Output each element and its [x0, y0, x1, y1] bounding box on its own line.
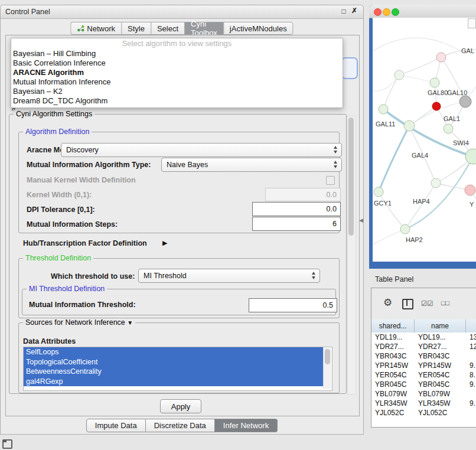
network-edge[interactable] [379, 126, 409, 192]
network-edge[interactable] [373, 38, 461, 53]
algorithm-combobox-fragment[interactable] [341, 57, 358, 79]
table-row[interactable]: YPR145WYPR145W9. [371, 361, 476, 370]
mac-minimize-button[interactable] [383, 8, 390, 16]
table-row[interactable]: YBR043CYBR043C [371, 351, 476, 361]
apply-button[interactable]: Apply [160, 399, 201, 413]
tab-style[interactable]: Style [121, 22, 151, 35]
table-row[interactable]: YDR27...YDR27...12 [371, 342, 476, 351]
mac-zoom-button[interactable] [392, 8, 399, 16]
attribute-list-item[interactable]: SelfLoops [24, 347, 323, 357]
column-header-shared-name[interactable]: shared... [371, 319, 415, 332]
mac-close-button[interactable] [374, 8, 382, 16]
network-edge[interactable] [373, 229, 405, 248]
column-header-name[interactable]: name [415, 319, 466, 332]
table-header: shared... name [371, 319, 476, 333]
kernel-width-field[interactable]: 0.0 [265, 188, 341, 201]
mi-algorithm-type-combobox[interactable]: Naive Bayes [161, 158, 342, 172]
algorithm-option[interactable]: Dream8 DC_TDC Algorithm [11, 96, 343, 106]
attribute-list-item[interactable]: BetweennessCentrality [24, 367, 323, 377]
bottom-tabbar: Impute Data Discretize Data Infer Networ… [1, 419, 363, 432]
manual-kernel-width-checkbox[interactable] [326, 176, 335, 185]
table-row[interactable]: YJL052CYJL052C [371, 408, 476, 418]
aracne-mode-combobox[interactable]: Discovery [61, 143, 342, 157]
table-cell: 9. [466, 361, 476, 370]
gear-icon[interactable]: ⚙ [383, 298, 392, 308]
expand-down-icon[interactable]: ▼ [127, 319, 133, 326]
settings-scrollbar[interactable] [347, 116, 356, 394]
tab-cyni-toolbox[interactable]: Cyni Toolbox [184, 22, 223, 35]
dpi-tolerance-field[interactable]: 0.0 [252, 202, 341, 216]
algorithm-menu-placeholder: Select algorithm to view settings [11, 38, 343, 49]
combobox-arrows-icon [333, 161, 338, 168]
tab-label: jActiveMNodules [230, 24, 287, 33]
algorithm-option[interactable]: Bayesian – K2 [11, 87, 343, 96]
hub-section-label[interactable]: Hub/Transcription Factor Definition [23, 239, 147, 247]
columns-icon[interactable] [402, 299, 413, 309]
splitter-collapse-arrow[interactable]: ◀ [359, 217, 363, 223]
network-node[interactable] [436, 53, 446, 62]
mi-threshold-field[interactable]: 0.5 [249, 298, 337, 312]
field-value: 0.5 [323, 301, 333, 309]
table-row[interactable]: YER054CYER054C8. [371, 370, 476, 380]
mi-steps-field[interactable]: 6 [252, 217, 341, 231]
float-window-icon[interactable]: □ [340, 7, 348, 15]
table-row[interactable]: YDL19...YDL19...13 [371, 332, 476, 342]
algorithm-option[interactable]: Bayesian – Hill Climbing [11, 49, 343, 58]
attribute-list-item[interactable]: TopologicalCoefficient [24, 357, 323, 367]
checked-columns-icon[interactable]: ☑☑ [421, 299, 433, 308]
network-node[interactable] [465, 185, 475, 195]
table-row[interactable]: YBR045CYBR045C9. [371, 380, 476, 389]
docked-panel-icon[interactable] [2, 439, 12, 449]
network-node[interactable] [404, 120, 415, 131]
list-scrollbar-thumb[interactable] [325, 349, 330, 364]
network-window-titlebar [369, 5, 476, 18]
network-node[interactable] [432, 102, 441, 110]
tab-infer-network[interactable]: Infer Network [215, 419, 278, 432]
network-node[interactable] [379, 105, 388, 114]
table-row[interactable]: YBL079WYBL079W [371, 389, 476, 399]
settings-scrollbar-thumb[interactable] [348, 118, 354, 236]
network-edge[interactable] [379, 192, 405, 229]
network-node[interactable] [459, 96, 471, 107]
algorithm-option[interactable]: Basic Correlation Inference [11, 58, 343, 68]
network-node[interactable] [374, 187, 383, 197]
unchecked-columns-icon[interactable]: □□ [441, 299, 449, 306]
which-threshold-combobox[interactable]: MI Threshold [138, 269, 320, 283]
attribute-list-item[interactable]: gal4RGexp [24, 377, 323, 387]
network-node[interactable] [400, 224, 410, 234]
network-node[interactable] [444, 124, 453, 133]
column-header-clipped[interactable] [466, 319, 476, 332]
network-node-label: GAL4 [412, 152, 428, 159]
expand-right-icon[interactable]: ▶ [162, 239, 167, 247]
network-node[interactable] [395, 70, 404, 80]
table-cell: YBR043C [371, 351, 415, 361]
tab-network[interactable]: Network [70, 22, 121, 35]
network-edge[interactable] [399, 57, 441, 75]
network-node-label: GAL10 [447, 89, 467, 96]
data-attributes-list[interactable]: SelfLoopsTopologicalCoefficientBetweenne… [23, 347, 332, 391]
list-items: SelfLoopsTopologicalCoefficientBetweenne… [24, 347, 332, 386]
tab-impute-data[interactable]: Impute Data [86, 419, 146, 432]
field-value: 6 [332, 220, 337, 228]
network-canvas[interactable]: GALGAL80GAL10GAL11GAL1SWI4GAL4GCY1HAP4HA… [373, 18, 476, 262]
list-scrollbar[interactable] [323, 348, 331, 389]
network-edge[interactable] [399, 75, 435, 83]
algorithm-option[interactable]: ARACNE Algorithm [11, 68, 343, 77]
network-edge[interactable] [405, 183, 436, 229]
sources-title[interactable]: Sources for Network Inference [25, 318, 125, 327]
network-node-label: Y [470, 201, 474, 208]
tab-discretize-data[interactable]: Discretize Data [146, 419, 215, 432]
table-row[interactable]: YLR345WYLR345W9. [371, 399, 476, 408]
close-window-icon[interactable]: ✗ [350, 6, 358, 15]
combobox-arrows-icon [333, 146, 338, 154]
network-edge[interactable] [405, 156, 473, 229]
network-edge[interactable] [383, 75, 399, 109]
algorithm-option[interactable]: Mutual Information Inference [11, 77, 343, 87]
table-cell: YBR043C [415, 351, 466, 361]
network-node[interactable] [430, 78, 439, 87]
network-node[interactable] [431, 178, 441, 188]
tab-jactivemnodules[interactable]: jActiveMNodules [223, 22, 294, 35]
table-cell: 12 [466, 342, 476, 351]
tab-select[interactable]: Select [151, 22, 184, 35]
table-cell: YJL052C [415, 408, 466, 418]
